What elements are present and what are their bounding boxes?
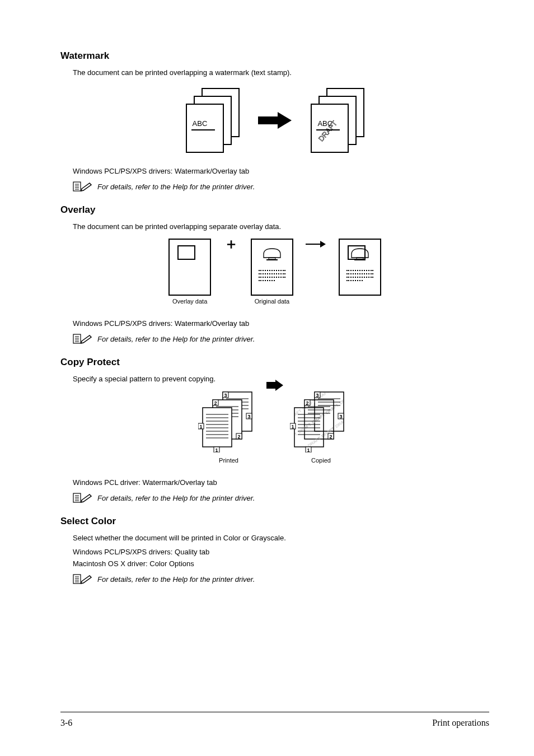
svg-rect-1 — [73, 182, 81, 191]
svg-text:1: 1 — [292, 424, 294, 430]
heading-overlay: Overlay — [60, 204, 489, 216]
svg-rect-10 — [357, 258, 363, 259]
arrow-icon — [266, 380, 283, 391]
page-number: 3-6 — [60, 718, 72, 728]
overlay-desc: The document can be printed overlapping … — [60, 222, 489, 231]
select-color-desc: Select whether the document will be prin… — [60, 534, 489, 542]
svg-text:2: 2 — [330, 434, 332, 440]
overlay-caption: Overlay data — [164, 298, 216, 305]
svg-marker-48 — [266, 380, 283, 391]
wm-page-text: ABC — [193, 119, 208, 128]
svg-rect-66 — [294, 408, 324, 447]
heading-copy-protect: Copy Protect — [60, 357, 489, 368]
svg-text:2: 2 — [237, 434, 240, 440]
svg-text:1: 1 — [199, 424, 202, 430]
overlay-data-box — [168, 239, 211, 296]
page-title: Print operations — [432, 718, 489, 728]
svg-text:3: 3 — [340, 414, 343, 419]
overlay-figure: Overlay data ＋ Original data — [60, 239, 489, 305]
svg-rect-12 — [73, 334, 81, 343]
overlay-driver: Windows PCL/PS/XPS drivers: Watermark/Ov… — [60, 319, 489, 328]
overlay-caption: Original data — [246, 298, 298, 305]
svg-rect-11 — [354, 259, 366, 260]
svg-rect-6 — [269, 258, 275, 259]
original-data-box — [251, 239, 293, 296]
svg-rect-7 — [266, 259, 278, 260]
draft-stamp: DRAFT — [317, 119, 339, 143]
plus-icon: ＋ — [224, 234, 238, 254]
svg-text:3: 3 — [224, 393, 227, 398]
watermark-driver: Windows PCL/PS/XPS drivers: Watermark/Ov… — [60, 167, 489, 175]
svg-rect-83 — [73, 575, 81, 584]
note-icon — [73, 492, 92, 503]
svg-text:1: 1 — [307, 447, 310, 452]
note-icon — [73, 181, 92, 192]
select-color-note: For details, refer to the Help for the p… — [97, 575, 255, 584]
select-color-driver2: Macintosh OS X driver: Color Options — [60, 559, 489, 568]
watermark-note: For details, refer to the Help for the p… — [97, 183, 255, 191]
monitor-icon — [350, 246, 370, 262]
heading-watermark: Watermark — [60, 50, 489, 62]
copy-protect-driver: Windows PCL driver: Watermark/Overlay ta… — [60, 478, 489, 487]
copied-pages: DRAFT 3 3 2 2 1 1 — [290, 391, 352, 452]
svg-marker-9 — [320, 241, 326, 248]
note-icon — [73, 573, 92, 585]
select-color-driver1: Windows PCL/PS/XPS drivers: Quality tab — [60, 548, 489, 556]
arrow-icon — [306, 240, 326, 249]
copy-protect-note: For details, refer to the Help for the p… — [97, 494, 255, 502]
svg-text:3: 3 — [316, 393, 319, 398]
copy-protect-caption: Printed — [198, 457, 260, 464]
copy-protect-figure: 3 3 2 2 1 1 Printed DRAFT — [60, 391, 489, 464]
svg-marker-0 — [258, 112, 292, 129]
watermark-source-stack: HI EF ABC — [186, 88, 239, 152]
svg-text:3: 3 — [247, 414, 250, 419]
copy-protect-caption: Copied — [290, 457, 352, 464]
footer-rule — [60, 712, 489, 712]
svg-rect-35 — [203, 408, 232, 447]
svg-text:2: 2 — [306, 400, 309, 406]
svg-rect-78 — [73, 493, 81, 502]
monitor-icon — [262, 246, 282, 262]
watermark-figure: HI EF ABC HI DRAFT EF DRAFT ABC DRAFT — [60, 88, 489, 152]
arrow-icon — [258, 112, 292, 129]
heading-select-color: Select Color — [60, 516, 489, 527]
printed-pages: 3 3 2 2 1 1 — [198, 391, 260, 452]
svg-text:1: 1 — [215, 447, 218, 452]
overlay-note: For details, refer to the Help for the p… — [97, 335, 255, 343]
watermark-result-stack: HI DRAFT EF DRAFT ABC DRAFT — [311, 88, 364, 152]
svg-text:2: 2 — [214, 400, 217, 406]
note-icon — [73, 333, 92, 344]
overlay-result-box — [339, 239, 381, 296]
watermark-desc: The document can be printed overlapping … — [60, 68, 489, 77]
